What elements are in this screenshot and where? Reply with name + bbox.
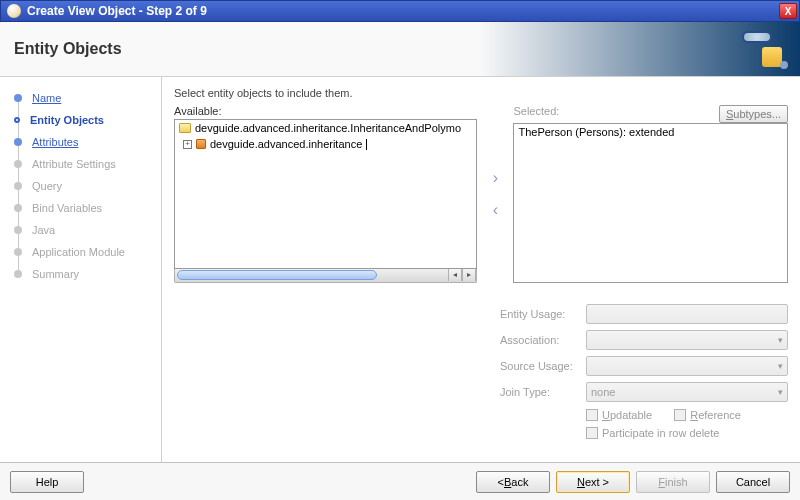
wizard-step-name[interactable]: Name xyxy=(14,87,151,109)
window-title: Create View Object - Step 2 of 9 xyxy=(27,4,779,18)
wizard-step-label: Summary xyxy=(32,268,79,280)
association-dropdown xyxy=(586,330,788,350)
cancel-button[interactable]: Cancel xyxy=(716,471,790,493)
next-button[interactable]: Next > xyxy=(556,471,630,493)
entity-usage-form: Entity Usage: Association: Source Usage:… xyxy=(500,301,788,439)
package-icon xyxy=(179,123,191,133)
list-item[interactable]: + devguide.advanced.inheritance xyxy=(175,136,476,152)
wizard-step-bind-variables: Bind Variables xyxy=(14,197,151,219)
wizard-content: Select entity objects to include them. A… xyxy=(162,77,800,462)
horizontal-scrollbar[interactable]: ◂ ▸ xyxy=(174,269,477,283)
shuttle-add-button[interactable]: › xyxy=(493,169,498,187)
help-button[interactable]: Help xyxy=(10,471,84,493)
entity-icon xyxy=(196,139,206,149)
list-item[interactable]: ThePerson (Persons): extended xyxy=(514,124,787,140)
checkbox-label: Participate in row delete xyxy=(602,427,719,439)
scroll-right-icon[interactable]: ▸ xyxy=(462,269,476,281)
updatable-checkbox: Updatable xyxy=(586,409,652,421)
selected-panel: Selected: SSubtypes...ubtypes... ThePers… xyxy=(513,105,788,283)
list-item[interactable]: devguide.advanced.inheritance.Inheritanc… xyxy=(175,120,476,136)
banner-heading: Entity Objects xyxy=(14,40,122,58)
wizard-step-java: Java xyxy=(14,219,151,241)
wizard-step-summary: Summary xyxy=(14,263,151,285)
wizard-step-label: Entity Objects xyxy=(30,114,104,126)
list-item-label: devguide.advanced.inheritance.Inheritanc… xyxy=(195,122,461,134)
wizard-step-attribute-settings: Attribute Settings xyxy=(14,153,151,175)
banner-illustration xyxy=(740,31,786,67)
instruction-text: Select entity objects to include them. xyxy=(174,87,788,99)
back-button[interactable]: < Back xyxy=(476,471,550,493)
wizard-button-bar: Help < Back Next > Finish Cancel xyxy=(0,462,800,500)
join-type-label: Join Type: xyxy=(500,386,578,398)
scrollbar-thumb[interactable] xyxy=(177,270,377,280)
participate-checkbox: Participate in row delete xyxy=(586,427,719,439)
available-panel: Available: devguide.advanced.inheritance… xyxy=(174,105,477,283)
title-bar: Create View Object - Step 2 of 9 X xyxy=(0,0,800,22)
wizard-step-attributes[interactable]: Attributes xyxy=(14,131,151,153)
wizard-step-query: Query xyxy=(14,175,151,197)
available-list[interactable]: devguide.advanced.inheritance.Inheritanc… xyxy=(174,119,477,269)
entity-usage-label: Entity Usage: xyxy=(500,308,578,320)
source-usage-label: Source Usage: xyxy=(500,360,578,372)
association-label: Association: xyxy=(500,334,578,346)
wizard-step-label: Attributes xyxy=(32,136,78,148)
entity-usage-field xyxy=(586,304,788,324)
wizard-step-application-module: Application Module xyxy=(14,241,151,263)
list-item-label: devguide.advanced.inheritance xyxy=(210,138,362,150)
join-type-dropdown: none xyxy=(586,382,788,402)
checkbox-label: pdatable xyxy=(610,409,652,421)
scroll-left-icon[interactable]: ◂ xyxy=(448,269,462,281)
wizard-step-label: Application Module xyxy=(32,246,125,258)
finish-button: Finish xyxy=(636,471,710,493)
wizard-step-label: Name xyxy=(32,92,61,104)
wizard-step-label: Bind Variables xyxy=(32,202,102,214)
wizard-step-entity-objects[interactable]: Entity Objects xyxy=(14,109,151,131)
subtypes-button[interactable]: SSubtypes...ubtypes... xyxy=(719,105,788,123)
wizard-body: Name Entity Objects Attributes Attribute… xyxy=(0,77,800,462)
wizard-banner: Entity Objects xyxy=(0,22,800,77)
selected-list[interactable]: ThePerson (Persons): extended xyxy=(513,123,788,283)
expand-icon[interactable]: + xyxy=(183,140,192,149)
wizard-step-label: Query xyxy=(32,180,62,192)
close-button[interactable]: X xyxy=(779,3,797,19)
wizard-step-label: Java xyxy=(32,224,55,236)
shuttle-controls: › ‹ xyxy=(485,105,505,283)
available-label: Available: xyxy=(174,105,477,117)
wizard-step-label: Attribute Settings xyxy=(32,158,116,170)
checkbox-label: eference xyxy=(698,409,741,421)
app-icon xyxy=(7,4,21,18)
shuttle-remove-button[interactable]: ‹ xyxy=(493,201,498,219)
reference-checkbox: Reference xyxy=(674,409,741,421)
list-item-label: ThePerson (Persons): extended xyxy=(518,126,674,138)
source-usage-dropdown xyxy=(586,356,788,376)
selected-label: Selected: xyxy=(513,105,719,121)
wizard-steps-sidebar: Name Entity Objects Attributes Attribute… xyxy=(0,77,162,462)
